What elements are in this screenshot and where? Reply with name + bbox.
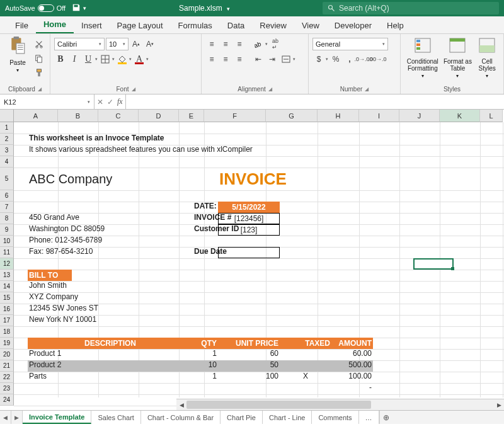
italic-button[interactable]: I	[68, 53, 81, 66]
row-header[interactable]: 14	[0, 281, 14, 292]
underline-button[interactable]: U	[82, 53, 94, 66]
cut-button[interactable]	[33, 38, 45, 50]
sheet-nav-prev[interactable]: ◀	[0, 411, 11, 424]
scroll-left-icon[interactable]: ◀	[176, 402, 186, 408]
row-header[interactable]: 1	[0, 122, 14, 134]
cell[interactable]: DATE:	[193, 202, 218, 210]
row-header[interactable]: 10	[0, 236, 14, 247]
enter-icon[interactable]: ✓	[107, 98, 113, 106]
cell[interactable]: New York NY 10001	[28, 315, 98, 324]
font-size-select[interactable]: 10▾	[106, 38, 129, 50]
scroll-right-icon[interactable]: ▶	[494, 402, 504, 408]
row-header[interactable]: 8	[0, 213, 14, 224]
cell[interactable]: 10	[193, 360, 218, 369]
tab-data[interactable]: Data	[220, 17, 252, 33]
row-header[interactable]: 5	[0, 168, 14, 190]
decrease-decimal-button[interactable]: .00→.0	[371, 53, 384, 66]
formula-input[interactable]	[126, 94, 504, 109]
column-header[interactable]: A	[14, 110, 58, 122]
tab-formulas[interactable]: Formulas	[171, 17, 220, 33]
save-icon[interactable]	[72, 3, 81, 14]
cell[interactable]: TAXED	[280, 338, 331, 349]
column-header[interactable]: G	[266, 110, 318, 122]
horizontal-scrollbar[interactable]: ◀ ▶	[176, 399, 504, 410]
row-header[interactable]: 20	[0, 349, 14, 360]
sheet-tab[interactable]: Invoice Template	[23, 411, 91, 424]
cell[interactable]: UNIT PRICE	[218, 338, 280, 349]
align-left-icon[interactable]: ≡	[205, 53, 218, 66]
cell[interactable]: 1	[193, 349, 218, 358]
wrap-text-icon[interactable]: ab↵	[269, 38, 282, 50]
tab-developer[interactable]: Developer	[327, 17, 379, 33]
select-all-corner[interactable]	[0, 110, 14, 122]
column-header[interactable]: L	[480, 110, 503, 122]
row-header[interactable]: 4	[0, 156, 14, 168]
autosave-toggle[interactable]: AutoSave Off	[5, 4, 66, 12]
cell[interactable]: QTY	[193, 338, 218, 349]
accounting-format-button[interactable]: $	[312, 53, 325, 66]
cell-styles-button[interactable]: Cell Styles▾	[474, 37, 500, 80]
cell[interactable]: 1	[193, 372, 218, 380]
column-header[interactable]: K	[440, 110, 480, 122]
fill-color-button[interactable]	[116, 53, 129, 66]
cell[interactable]: 60.00	[331, 349, 373, 358]
row-header[interactable]: 22	[0, 372, 14, 383]
borders-button[interactable]	[99, 53, 112, 66]
decrease-indent-icon[interactable]: ⇤	[252, 53, 265, 66]
dialog-launcher-icon[interactable]: ◢	[38, 86, 42, 92]
format-painter-button[interactable]	[33, 67, 45, 79]
increase-indent-icon[interactable]: ⇥	[266, 53, 278, 66]
sheet-tab[interactable]: Chart Pie	[220, 411, 263, 424]
cell[interactable]: 60	[218, 349, 280, 358]
scrollbar-thumb[interactable]	[186, 401, 371, 409]
tab-insert[interactable]: Insert	[74, 17, 110, 33]
active-cell[interactable]	[413, 258, 454, 270]
column-header[interactable]: I	[359, 110, 399, 122]
row-header[interactable]: 6	[0, 190, 14, 202]
cell[interactable]: 100	[218, 372, 280, 380]
dialog-launcher-icon[interactable]: ◢	[365, 86, 369, 92]
orientation-icon[interactable]: ab	[252, 38, 265, 50]
row-header[interactable]: 3	[0, 145, 14, 156]
tab-file[interactable]: File	[8, 17, 36, 33]
sheet-tab[interactable]: Chart - Column & Bar	[141, 411, 220, 424]
row-header[interactable]: 21	[0, 360, 14, 372]
row-header[interactable]: 18	[0, 326, 14, 338]
cell[interactable]: This worksheet is an Invoce Template	[28, 134, 166, 142]
row-header[interactable]: 7	[0, 202, 14, 213]
cell[interactable]: [123]	[218, 224, 280, 236]
column-header[interactable]: J	[399, 110, 440, 122]
cell[interactable]: INVOICE	[218, 168, 288, 190]
cell[interactable]	[218, 247, 280, 258]
number-format-select[interactable]: General▾	[312, 38, 388, 50]
dialog-launcher-icon[interactable]: ◢	[268, 86, 272, 92]
toggle-off-icon[interactable]	[38, 4, 54, 12]
row-header[interactable]: 15	[0, 292, 14, 304]
cell[interactable]: It shows various spreadsheet features yo…	[28, 145, 254, 154]
cell[interactable]: -	[331, 383, 373, 392]
column-header[interactable]: E	[179, 110, 204, 122]
sheet-tab-more[interactable]: …	[359, 411, 379, 424]
row-headers[interactable]: 123456789101112131415161718192021222324	[0, 122, 14, 406]
cell[interactable]: XYZ Company	[28, 292, 79, 301]
font-name-select[interactable]: Calibri▾	[54, 38, 105, 50]
cancel-icon[interactable]: ✕	[97, 98, 103, 106]
cell[interactable]: Fax: 987-654-3210	[28, 247, 94, 256]
copy-button[interactable]	[33, 52, 45, 65]
sheet-tab[interactable]: Comments	[312, 411, 358, 424]
column-header[interactable]: D	[139, 110, 179, 122]
cell[interactable]: [123456]	[218, 213, 280, 224]
cell[interactable]: John Smith	[28, 281, 68, 290]
fx-icon[interactable]: fx	[117, 97, 123, 106]
cell[interactable]: Washington DC 88059	[28, 224, 106, 233]
column-headers[interactable]: ABCDEFGHIJKL	[14, 110, 503, 122]
cell[interactable]: DESCRIPTION	[28, 338, 193, 349]
cell[interactable]: Product 1	[28, 349, 62, 358]
row-header[interactable]: 24	[0, 394, 14, 406]
align-top-icon[interactable]: ≡	[205, 38, 218, 50]
cell[interactable]: 500.00	[331, 360, 373, 369]
row-header[interactable]: 2	[0, 134, 14, 145]
row-header[interactable]: 19	[0, 338, 14, 349]
row-header[interactable]: 23	[0, 383, 14, 394]
row-header[interactable]: 11	[0, 247, 14, 258]
